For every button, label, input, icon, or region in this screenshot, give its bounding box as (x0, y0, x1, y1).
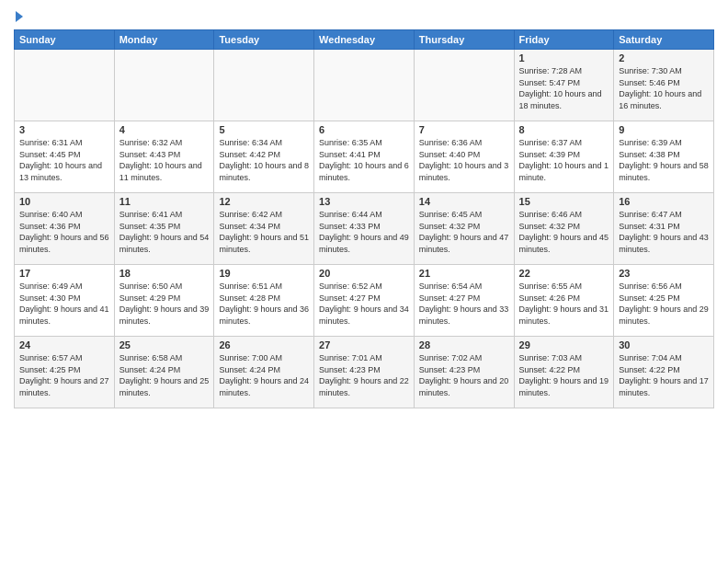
weekday-header-thursday: Thursday (414, 30, 514, 50)
day-number: 11 (119, 196, 210, 207)
day-number: 28 (419, 339, 509, 350)
day-number: 15 (519, 196, 609, 207)
day-info: Sunrise: 6:41 AM Sunset: 4:35 PM Dayligh… (119, 209, 210, 255)
day-info: Sunrise: 6:35 AM Sunset: 4:41 PM Dayligh… (319, 137, 409, 183)
day-number: 5 (219, 124, 309, 135)
calendar-cell: 1Sunrise: 7:28 AM Sunset: 5:47 PM Daylig… (514, 50, 614, 121)
calendar-cell: 16Sunrise: 6:47 AM Sunset: 4:31 PM Dayli… (614, 193, 714, 265)
day-number: 19 (219, 268, 309, 279)
day-number: 6 (319, 124, 409, 135)
calendar-cell: 5Sunrise: 6:34 AM Sunset: 4:42 PM Daylig… (214, 121, 314, 193)
calendar-cell: 17Sunrise: 6:49 AM Sunset: 4:30 PM Dayli… (15, 265, 115, 337)
calendar-cell (414, 50, 514, 121)
calendar-cell: 23Sunrise: 6:56 AM Sunset: 4:25 PM Dayli… (614, 265, 714, 337)
day-number: 27 (319, 339, 409, 350)
day-number: 30 (619, 339, 709, 350)
day-number: 2 (619, 52, 709, 63)
calendar-cell: 25Sunrise: 6:58 AM Sunset: 4:24 PM Dayli… (114, 337, 214, 408)
calendar-cell: 12Sunrise: 6:42 AM Sunset: 4:34 PM Dayli… (214, 193, 314, 265)
day-number: 9 (619, 124, 709, 135)
day-number: 7 (419, 124, 509, 135)
day-number: 26 (219, 339, 309, 350)
header (14, 9, 714, 22)
calendar-cell (214, 50, 314, 121)
week-row-1: 1Sunrise: 7:28 AM Sunset: 5:47 PM Daylig… (15, 50, 714, 121)
weekday-header-saturday: Saturday (614, 30, 714, 50)
day-info: Sunrise: 6:39 AM Sunset: 4:38 PM Dayligh… (619, 137, 709, 183)
day-info: Sunrise: 7:30 AM Sunset: 5:46 PM Dayligh… (619, 65, 709, 111)
day-number: 20 (319, 268, 409, 279)
day-info: Sunrise: 6:56 AM Sunset: 4:25 PM Dayligh… (619, 281, 709, 327)
day-info: Sunrise: 7:01 AM Sunset: 4:23 PM Dayligh… (319, 352, 409, 398)
day-info: Sunrise: 6:55 AM Sunset: 4:26 PM Dayligh… (519, 281, 609, 327)
day-number: 10 (19, 196, 109, 207)
day-info: Sunrise: 6:44 AM Sunset: 4:33 PM Dayligh… (319, 209, 409, 255)
day-info: Sunrise: 6:47 AM Sunset: 4:31 PM Dayligh… (619, 209, 709, 255)
calendar-cell: 26Sunrise: 7:00 AM Sunset: 4:24 PM Dayli… (214, 337, 314, 408)
day-number: 1 (519, 52, 609, 63)
day-number: 29 (519, 339, 609, 350)
calendar-cell: 15Sunrise: 6:46 AM Sunset: 4:32 PM Dayli… (514, 193, 614, 265)
day-info: Sunrise: 7:28 AM Sunset: 5:47 PM Dayligh… (519, 65, 609, 111)
day-number: 21 (419, 268, 509, 279)
weekday-header-sunday: Sunday (15, 30, 115, 50)
calendar-cell: 28Sunrise: 7:02 AM Sunset: 4:23 PM Dayli… (414, 337, 514, 408)
calendar-cell: 19Sunrise: 6:51 AM Sunset: 4:28 PM Dayli… (214, 265, 314, 337)
logo (14, 9, 23, 22)
calendar-cell: 27Sunrise: 7:01 AM Sunset: 4:23 PM Dayli… (314, 337, 415, 408)
day-number: 17 (19, 268, 109, 279)
day-info: Sunrise: 6:36 AM Sunset: 4:40 PM Dayligh… (419, 137, 509, 183)
day-number: 13 (319, 196, 409, 207)
weekday-header-monday: Monday (114, 30, 214, 50)
day-number: 25 (119, 339, 210, 350)
day-info: Sunrise: 6:58 AM Sunset: 4:24 PM Dayligh… (119, 352, 210, 398)
calendar-cell (314, 50, 415, 121)
day-info: Sunrise: 7:03 AM Sunset: 4:22 PM Dayligh… (519, 352, 609, 398)
calendar-cell: 7Sunrise: 6:36 AM Sunset: 4:40 PM Daylig… (414, 121, 514, 193)
calendar-cell (114, 50, 214, 121)
day-info: Sunrise: 6:49 AM Sunset: 4:30 PM Dayligh… (19, 281, 109, 327)
day-number: 14 (419, 196, 509, 207)
week-row-3: 10Sunrise: 6:40 AM Sunset: 4:36 PM Dayli… (15, 193, 714, 265)
calendar-cell: 22Sunrise: 6:55 AM Sunset: 4:26 PM Dayli… (514, 265, 614, 337)
calendar-table: SundayMondayTuesdayWednesdayThursdayFrid… (14, 29, 714, 408)
day-info: Sunrise: 6:45 AM Sunset: 4:32 PM Dayligh… (419, 209, 509, 255)
page-container: SundayMondayTuesdayWednesdayThursdayFrid… (0, 0, 728, 413)
day-number: 18 (119, 268, 210, 279)
day-number: 24 (19, 339, 109, 350)
day-info: Sunrise: 6:42 AM Sunset: 4:34 PM Dayligh… (219, 209, 309, 255)
calendar-cell: 10Sunrise: 6:40 AM Sunset: 4:36 PM Dayli… (15, 193, 115, 265)
calendar-cell: 2Sunrise: 7:30 AM Sunset: 5:46 PM Daylig… (614, 50, 714, 121)
day-info: Sunrise: 6:46 AM Sunset: 4:32 PM Dayligh… (519, 209, 609, 255)
calendar-cell: 29Sunrise: 7:03 AM Sunset: 4:22 PM Dayli… (514, 337, 614, 408)
day-info: Sunrise: 7:02 AM Sunset: 4:23 PM Dayligh… (419, 352, 509, 398)
day-info: Sunrise: 6:40 AM Sunset: 4:36 PM Dayligh… (19, 209, 109, 255)
calendar-cell: 18Sunrise: 6:50 AM Sunset: 4:29 PM Dayli… (114, 265, 214, 337)
day-number: 12 (219, 196, 309, 207)
calendar-cell: 4Sunrise: 6:32 AM Sunset: 4:43 PM Daylig… (114, 121, 214, 193)
calendar-cell: 14Sunrise: 6:45 AM Sunset: 4:32 PM Dayli… (414, 193, 514, 265)
day-info: Sunrise: 6:52 AM Sunset: 4:27 PM Dayligh… (319, 281, 409, 327)
calendar-cell: 21Sunrise: 6:54 AM Sunset: 4:27 PM Dayli… (414, 265, 514, 337)
weekday-header-friday: Friday (514, 30, 614, 50)
day-info: Sunrise: 6:54 AM Sunset: 4:27 PM Dayligh… (419, 281, 509, 327)
weekday-header-row: SundayMondayTuesdayWednesdayThursdayFrid… (15, 30, 714, 50)
calendar-cell: 9Sunrise: 6:39 AM Sunset: 4:38 PM Daylig… (614, 121, 714, 193)
day-number: 8 (519, 124, 609, 135)
day-info: Sunrise: 7:00 AM Sunset: 4:24 PM Dayligh… (219, 352, 309, 398)
calendar-cell: 3Sunrise: 6:31 AM Sunset: 4:45 PM Daylig… (15, 121, 115, 193)
calendar-cell: 30Sunrise: 7:04 AM Sunset: 4:22 PM Dayli… (614, 337, 714, 408)
day-info: Sunrise: 6:37 AM Sunset: 4:39 PM Dayligh… (519, 137, 609, 183)
week-row-5: 24Sunrise: 6:57 AM Sunset: 4:25 PM Dayli… (15, 337, 714, 408)
calendar-cell: 11Sunrise: 6:41 AM Sunset: 4:35 PM Dayli… (114, 193, 214, 265)
week-row-4: 17Sunrise: 6:49 AM Sunset: 4:30 PM Dayli… (15, 265, 714, 337)
week-row-2: 3Sunrise: 6:31 AM Sunset: 4:45 PM Daylig… (15, 121, 714, 193)
weekday-header-tuesday: Tuesday (214, 30, 314, 50)
calendar-cell: 20Sunrise: 6:52 AM Sunset: 4:27 PM Dayli… (314, 265, 415, 337)
day-number: 4 (119, 124, 210, 135)
day-info: Sunrise: 7:04 AM Sunset: 4:22 PM Dayligh… (619, 352, 709, 398)
day-info: Sunrise: 6:57 AM Sunset: 4:25 PM Dayligh… (19, 352, 109, 398)
day-number: 16 (619, 196, 709, 207)
day-info: Sunrise: 6:34 AM Sunset: 4:42 PM Dayligh… (219, 137, 309, 183)
day-info: Sunrise: 6:31 AM Sunset: 4:45 PM Dayligh… (19, 137, 109, 183)
